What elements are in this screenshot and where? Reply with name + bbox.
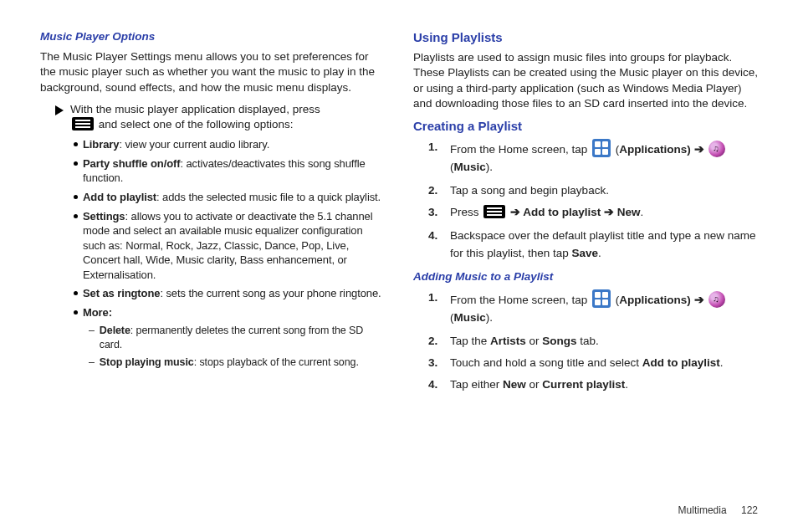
menu-icon [72,117,94,130]
option-party-shuffle: Party shuffle on/off: activates/deactiva… [74,156,385,186]
page-footer: Multimedia 122 [678,504,758,517]
heading-using-playlists: Using Playlists [413,29,758,46]
dash-icon: – [89,356,95,370]
bullet-icon [74,310,78,315]
option-library: Library: view your current audio library… [74,137,385,152]
music-icon [708,141,725,157]
add-step-4: 4. Tap either New or Current playlist. [428,377,758,392]
right-column: Using Playlists Playlists are used to as… [413,29,758,399]
intro-paragraph: The Music Player Settings menu allows yo… [40,49,385,95]
add-step-2: 2. Tap the Artists or Songs tab. [428,334,758,349]
applications-icon [592,139,611,157]
music-icon [708,291,725,308]
playlists-paragraph: Playlists are used to assign music files… [413,50,758,111]
heading-adding-music: Adding Music to a Playlist [413,269,758,284]
footer-section: Multimedia [678,504,727,516]
create-step-3: 3. Press ➔ Add to playlist ➔ New. [428,205,758,220]
applications-icon [592,289,611,308]
arrow-text-2: and select one of the following options: [99,118,294,130]
bullet-icon [74,161,78,166]
left-column: Music Player Options The Music Player Se… [40,29,385,399]
create-step-2: 2. Tap a song and begin playback. [428,183,758,198]
more-stop-playing: – Stop playing music: stops playback of … [89,356,385,370]
add-step-1: 1. From the Home screen, tap (Applicatio… [428,289,758,327]
more-delete: – Delete: permanently deletes the curren… [89,324,385,352]
heading-music-player-options: Music Player Options [40,29,385,44]
option-set-as-ringtone: Set as ringtone: sets the current song a… [74,286,385,301]
bullet-icon [74,291,78,295]
bullet-icon [74,142,78,146]
bullet-icon [74,195,78,199]
create-step-4: 4. Backspace over the default playlist t… [428,228,758,263]
triangle-step: With the music player application displa… [40,102,385,132]
option-settings: Settings: allows you to activate or deac… [74,209,385,283]
triangle-bullet-icon [55,105,64,115]
heading-creating-playlist: Creating a Playlist [413,118,758,135]
add-step-3: 3. Touch and hold a song title and selec… [428,356,758,371]
create-step-1: 1. From the Home screen, tap (Applicatio… [428,139,758,176]
arrow-text-1: With the music player application displa… [70,103,320,115]
option-more: More: [74,305,385,320]
footer-page-number: 122 [741,504,758,516]
option-add-to-playlist: Add to playlist: adds the selected music… [74,190,385,205]
bullet-icon [74,214,78,218]
menu-icon [483,205,505,218]
dash-icon: – [89,324,95,338]
